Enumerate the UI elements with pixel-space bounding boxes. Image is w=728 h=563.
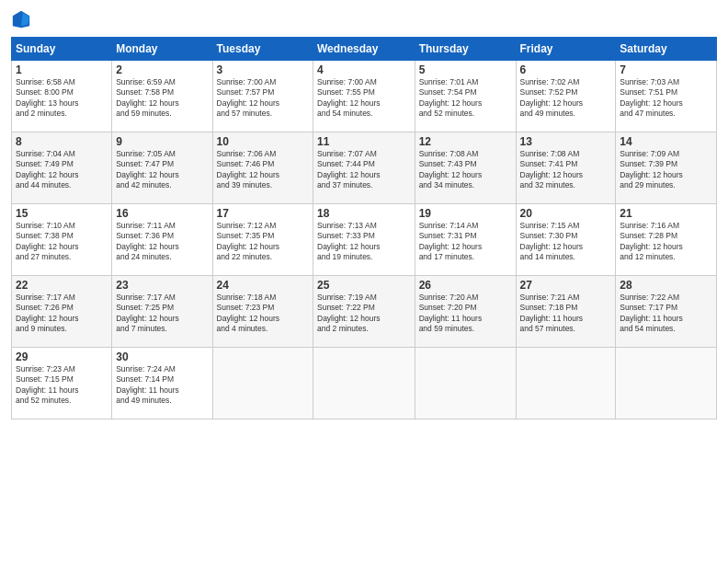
day-info: Sunrise: 7:16 AM Sunset: 7:28 PM Dayligh…: [620, 221, 712, 263]
calendar-cell: 30Sunrise: 7:24 AM Sunset: 7:14 PM Dayli…: [112, 348, 212, 419]
day-number: 19: [419, 207, 512, 220]
day-number: 17: [217, 207, 309, 220]
day-info: Sunrise: 7:22 AM Sunset: 7:17 PM Dayligh…: [620, 293, 712, 335]
calendar-cell: 11Sunrise: 7:07 AM Sunset: 7:44 PM Dayli…: [313, 132, 415, 204]
calendar-cell: 21Sunrise: 7:16 AM Sunset: 7:28 PM Dayli…: [616, 204, 717, 276]
column-header-saturday: Saturday: [616, 38, 717, 61]
calendar-week-1: 1Sunrise: 6:58 AM Sunset: 8:00 PM Daylig…: [12, 61, 717, 132]
day-number: 22: [16, 279, 108, 292]
day-info: Sunrise: 7:04 AM Sunset: 7:49 PM Dayligh…: [16, 149, 108, 191]
calendar-cell: 22Sunrise: 7:17 AM Sunset: 7:26 PM Dayli…: [12, 276, 112, 348]
day-number: 1: [16, 63, 108, 76]
day-info: Sunrise: 7:06 AM Sunset: 7:46 PM Dayligh…: [217, 149, 309, 191]
page-container: SundayMondayTuesdayWednesdayThursdayFrid…: [0, 0, 728, 563]
day-number: 12: [419, 135, 512, 148]
column-header-sunday: Sunday: [12, 38, 112, 61]
calendar-cell: 15Sunrise: 7:10 AM Sunset: 7:38 PM Dayli…: [12, 204, 112, 276]
calendar-cell: 23Sunrise: 7:17 AM Sunset: 7:25 PM Dayli…: [112, 276, 212, 348]
day-number: 18: [317, 207, 411, 220]
calendar-cell: [516, 348, 616, 419]
calendar-cell: 26Sunrise: 7:20 AM Sunset: 7:20 PM Dayli…: [415, 276, 516, 348]
calendar-cell: 13Sunrise: 7:08 AM Sunset: 7:41 PM Dayli…: [516, 132, 616, 204]
calendar-week-3: 15Sunrise: 7:10 AM Sunset: 7:38 PM Dayli…: [12, 204, 717, 276]
day-number: 13: [520, 135, 612, 148]
day-info: Sunrise: 7:03 AM Sunset: 7:51 PM Dayligh…: [620, 77, 712, 120]
day-number: 4: [317, 63, 411, 76]
day-number: 21: [620, 207, 712, 220]
day-info: Sunrise: 7:10 AM Sunset: 7:38 PM Dayligh…: [16, 221, 108, 263]
calendar-cell: 7Sunrise: 7:03 AM Sunset: 7:51 PM Daylig…: [616, 61, 717, 132]
calendar-cell: [212, 348, 313, 419]
calendar-cell: 5Sunrise: 7:01 AM Sunset: 7:54 PM Daylig…: [415, 61, 516, 132]
day-info: Sunrise: 7:18 AM Sunset: 7:23 PM Dayligh…: [217, 293, 309, 335]
day-info: Sunrise: 7:02 AM Sunset: 7:52 PM Dayligh…: [520, 77, 612, 120]
day-info: Sunrise: 7:09 AM Sunset: 7:39 PM Dayligh…: [620, 149, 712, 191]
calendar-cell: 9Sunrise: 7:05 AM Sunset: 7:47 PM Daylig…: [112, 132, 212, 204]
calendar-cell: 18Sunrise: 7:13 AM Sunset: 7:33 PM Dayli…: [313, 204, 415, 276]
day-number: 23: [116, 279, 208, 292]
logo-icon: [11, 9, 31, 29]
day-number: 25: [317, 279, 411, 292]
calendar-table: SundayMondayTuesdayWednesdayThursdayFrid…: [11, 37, 717, 419]
day-info: Sunrise: 7:07 AM Sunset: 7:44 PM Dayligh…: [317, 149, 411, 191]
day-number: 3: [217, 63, 309, 76]
day-number: 10: [217, 135, 309, 148]
day-info: Sunrise: 7:12 AM Sunset: 7:35 PM Dayligh…: [217, 221, 309, 263]
calendar-cell: 20Sunrise: 7:15 AM Sunset: 7:30 PM Dayli…: [516, 204, 616, 276]
calendar-cell: 8Sunrise: 7:04 AM Sunset: 7:49 PM Daylig…: [12, 132, 112, 204]
day-info: Sunrise: 7:17 AM Sunset: 7:26 PM Dayligh…: [16, 293, 108, 335]
day-number: 8: [16, 135, 108, 148]
day-info: Sunrise: 7:11 AM Sunset: 7:36 PM Dayligh…: [116, 221, 208, 263]
day-number: 9: [116, 135, 208, 148]
day-info: Sunrise: 7:00 AM Sunset: 7:57 PM Dayligh…: [217, 77, 309, 120]
day-number: 27: [520, 279, 612, 292]
calendar-cell: 25Sunrise: 7:19 AM Sunset: 7:22 PM Dayli…: [313, 276, 415, 348]
day-info: Sunrise: 7:17 AM Sunset: 7:25 PM Dayligh…: [116, 293, 208, 335]
day-info: Sunrise: 7:24 AM Sunset: 7:14 PM Dayligh…: [116, 364, 208, 407]
day-info: Sunrise: 7:14 AM Sunset: 7:31 PM Dayligh…: [419, 221, 512, 263]
day-number: 11: [317, 135, 411, 148]
column-header-wednesday: Wednesday: [313, 38, 415, 61]
day-number: 30: [116, 350, 208, 363]
logo: [11, 9, 35, 29]
calendar-cell: 14Sunrise: 7:09 AM Sunset: 7:39 PM Dayli…: [616, 132, 717, 204]
column-header-thursday: Thursday: [415, 38, 516, 61]
day-number: 14: [620, 135, 712, 148]
day-number: 15: [16, 207, 108, 220]
calendar-cell: 29Sunrise: 7:23 AM Sunset: 7:15 PM Dayli…: [12, 348, 112, 419]
day-info: Sunrise: 7:00 AM Sunset: 7:55 PM Dayligh…: [317, 77, 411, 120]
header: [11, 9, 717, 29]
day-info: Sunrise: 6:58 AM Sunset: 8:00 PM Dayligh…: [16, 77, 108, 120]
day-info: Sunrise: 7:08 AM Sunset: 7:41 PM Dayligh…: [520, 149, 612, 191]
calendar-cell: 3Sunrise: 7:00 AM Sunset: 7:57 PM Daylig…: [212, 61, 313, 132]
calendar-cell: 2Sunrise: 6:59 AM Sunset: 7:58 PM Daylig…: [112, 61, 212, 132]
calendar-cell: 19Sunrise: 7:14 AM Sunset: 7:31 PM Dayli…: [415, 204, 516, 276]
calendar-cell: 10Sunrise: 7:06 AM Sunset: 7:46 PM Dayli…: [212, 132, 313, 204]
day-info: Sunrise: 7:19 AM Sunset: 7:22 PM Dayligh…: [317, 293, 411, 335]
calendar-cell: 12Sunrise: 7:08 AM Sunset: 7:43 PM Dayli…: [415, 132, 516, 204]
calendar-cell: [313, 348, 415, 419]
calendar-cell: 16Sunrise: 7:11 AM Sunset: 7:36 PM Dayli…: [112, 204, 212, 276]
calendar-week-2: 8Sunrise: 7:04 AM Sunset: 7:49 PM Daylig…: [12, 132, 717, 204]
day-number: 2: [116, 63, 208, 76]
calendar-week-5: 29Sunrise: 7:23 AM Sunset: 7:15 PM Dayli…: [12, 348, 717, 419]
day-info: Sunrise: 7:05 AM Sunset: 7:47 PM Dayligh…: [116, 149, 208, 191]
day-number: 7: [620, 63, 712, 76]
day-info: Sunrise: 7:21 AM Sunset: 7:18 PM Dayligh…: [520, 293, 612, 335]
column-header-friday: Friday: [516, 38, 616, 61]
day-info: Sunrise: 7:01 AM Sunset: 7:54 PM Dayligh…: [419, 77, 512, 120]
day-info: Sunrise: 7:23 AM Sunset: 7:15 PM Dayligh…: [16, 364, 108, 407]
day-number: 20: [520, 207, 612, 220]
day-info: Sunrise: 7:20 AM Sunset: 7:20 PM Dayligh…: [419, 293, 512, 335]
calendar-cell: 1Sunrise: 6:58 AM Sunset: 8:00 PM Daylig…: [12, 61, 112, 132]
day-number: 16: [116, 207, 208, 220]
day-number: 29: [16, 350, 108, 363]
column-header-monday: Monday: [112, 38, 212, 61]
calendar-cell: [616, 348, 717, 419]
calendar-cell: 4Sunrise: 7:00 AM Sunset: 7:55 PM Daylig…: [313, 61, 415, 132]
calendar-week-4: 22Sunrise: 7:17 AM Sunset: 7:26 PM Dayli…: [12, 276, 717, 348]
calendar-cell: 6Sunrise: 7:02 AM Sunset: 7:52 PM Daylig…: [516, 61, 616, 132]
day-number: 6: [520, 63, 612, 76]
day-number: 5: [419, 63, 512, 76]
day-info: Sunrise: 7:13 AM Sunset: 7:33 PM Dayligh…: [317, 221, 411, 263]
